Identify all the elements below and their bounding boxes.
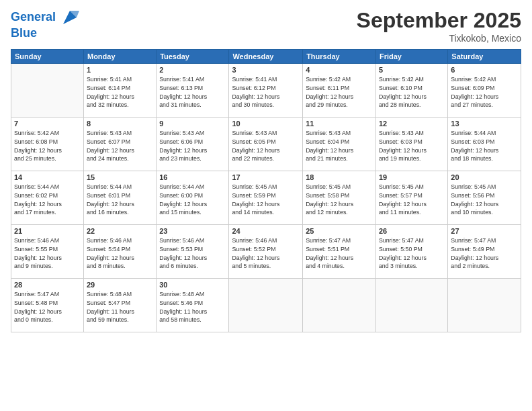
table-row: 13Sunrise: 5:44 AM Sunset: 6:03 PM Dayli… bbox=[448, 118, 521, 171]
day-number: 28 bbox=[14, 281, 81, 289]
day-info: Sunrise: 5:44 AM Sunset: 6:00 PM Dayligh… bbox=[159, 183, 226, 217]
day-number: 21 bbox=[14, 227, 81, 235]
day-number: 18 bbox=[306, 173, 373, 181]
table-row: 1Sunrise: 5:41 AM Sunset: 6:14 PM Daylig… bbox=[83, 64, 156, 118]
table-row: 25Sunrise: 5:47 AM Sunset: 5:51 PM Dayli… bbox=[303, 225, 376, 279]
table-row: 9Sunrise: 5:43 AM Sunset: 6:06 PM Daylig… bbox=[157, 118, 229, 171]
day-number: 6 bbox=[451, 66, 518, 74]
header: General Blue September 2025 Tixkokob, Me… bbox=[11, 8, 521, 44]
table-row: 2Sunrise: 5:41 AM Sunset: 6:13 PM Daylig… bbox=[157, 64, 229, 118]
day-info: Sunrise: 5:48 AM Sunset: 5:46 PM Dayligh… bbox=[159, 290, 226, 324]
day-number: 17 bbox=[232, 173, 300, 181]
table-row: 23Sunrise: 5:46 AM Sunset: 5:53 PM Dayli… bbox=[157, 225, 229, 279]
day-info: Sunrise: 5:46 AM Sunset: 5:54 PM Dayligh… bbox=[87, 236, 153, 271]
day-info: Sunrise: 5:44 AM Sunset: 6:02 PM Dayligh… bbox=[14, 183, 81, 217]
month-title: September 2025 bbox=[357, 8, 521, 33]
day-number: 22 bbox=[87, 227, 153, 235]
day-number: 8 bbox=[87, 120, 153, 128]
table-row: 21Sunrise: 5:46 AM Sunset: 5:55 PM Dayli… bbox=[11, 225, 84, 279]
header-sunday: Sunday bbox=[11, 50, 84, 64]
logo: General Blue bbox=[11, 8, 79, 40]
table-row: 6Sunrise: 5:42 AM Sunset: 6:09 PM Daylig… bbox=[448, 64, 521, 118]
day-info: Sunrise: 5:47 AM Sunset: 5:48 PM Dayligh… bbox=[14, 290, 81, 324]
header-wednesday: Wednesday bbox=[229, 50, 303, 64]
table-row: 12Sunrise: 5:43 AM Sunset: 6:03 PM Dayli… bbox=[375, 118, 447, 171]
table-row bbox=[303, 279, 376, 332]
calendar-week-row: 21Sunrise: 5:46 AM Sunset: 5:55 PM Dayli… bbox=[11, 225, 521, 279]
day-number: 1 bbox=[87, 66, 153, 74]
day-number: 26 bbox=[379, 227, 445, 235]
day-number: 3 bbox=[232, 66, 300, 74]
header-monday: Monday bbox=[83, 50, 156, 64]
day-number: 16 bbox=[159, 173, 226, 181]
day-info: Sunrise: 5:47 AM Sunset: 5:51 PM Dayligh… bbox=[306, 236, 373, 271]
day-info: Sunrise: 5:45 AM Sunset: 5:57 PM Dayligh… bbox=[379, 183, 445, 217]
day-number: 27 bbox=[451, 227, 518, 235]
day-number: 5 bbox=[379, 66, 445, 74]
day-info: Sunrise: 5:46 AM Sunset: 5:52 PM Dayligh… bbox=[232, 236, 300, 271]
day-number: 13 bbox=[451, 120, 518, 128]
header-thursday: Thursday bbox=[303, 50, 376, 64]
header-saturday: Saturday bbox=[448, 50, 521, 64]
table-row: 20Sunrise: 5:45 AM Sunset: 5:56 PM Dayli… bbox=[448, 171, 521, 225]
day-number: 10 bbox=[232, 120, 300, 128]
day-info: Sunrise: 5:43 AM Sunset: 6:06 PM Dayligh… bbox=[159, 129, 226, 163]
page: General Blue September 2025 Tixkokob, Me… bbox=[0, 0, 532, 411]
day-number: 12 bbox=[379, 120, 445, 128]
day-number: 7 bbox=[14, 120, 81, 128]
table-row bbox=[11, 64, 84, 118]
table-row: 7Sunrise: 5:42 AM Sunset: 6:08 PM Daylig… bbox=[11, 118, 84, 171]
day-info: Sunrise: 5:41 AM Sunset: 6:12 PM Dayligh… bbox=[232, 75, 300, 109]
day-info: Sunrise: 5:46 AM Sunset: 5:53 PM Dayligh… bbox=[159, 236, 226, 271]
day-info: Sunrise: 5:43 AM Sunset: 6:03 PM Dayligh… bbox=[379, 129, 445, 163]
day-info: Sunrise: 5:41 AM Sunset: 6:13 PM Dayligh… bbox=[159, 75, 226, 109]
table-row: 11Sunrise: 5:43 AM Sunset: 6:04 PM Dayli… bbox=[303, 118, 376, 171]
table-row: 28Sunrise: 5:47 AM Sunset: 5:48 PM Dayli… bbox=[11, 279, 84, 332]
day-info: Sunrise: 5:45 AM Sunset: 5:56 PM Dayligh… bbox=[451, 183, 518, 217]
day-number: 19 bbox=[379, 173, 445, 181]
table-row: 8Sunrise: 5:43 AM Sunset: 6:07 PM Daylig… bbox=[83, 118, 156, 171]
day-info: Sunrise: 5:47 AM Sunset: 5:50 PM Dayligh… bbox=[379, 236, 445, 271]
table-row: 17Sunrise: 5:45 AM Sunset: 5:59 PM Dayli… bbox=[229, 171, 303, 225]
day-number: 15 bbox=[87, 173, 153, 181]
logo-icon bbox=[60, 8, 79, 27]
table-row: 26Sunrise: 5:47 AM Sunset: 5:50 PM Dayli… bbox=[375, 225, 447, 279]
day-info: Sunrise: 5:43 AM Sunset: 6:05 PM Dayligh… bbox=[232, 129, 300, 163]
table-row: 27Sunrise: 5:47 AM Sunset: 5:49 PM Dayli… bbox=[448, 225, 521, 279]
day-info: Sunrise: 5:44 AM Sunset: 6:01 PM Dayligh… bbox=[87, 183, 153, 217]
day-info: Sunrise: 5:42 AM Sunset: 6:08 PM Dayligh… bbox=[14, 129, 81, 163]
day-info: Sunrise: 5:42 AM Sunset: 6:11 PM Dayligh… bbox=[306, 75, 373, 109]
table-row bbox=[448, 279, 521, 332]
day-number: 29 bbox=[87, 281, 153, 289]
day-number: 2 bbox=[159, 66, 226, 74]
header-friday: Friday bbox=[375, 50, 447, 64]
day-number: 11 bbox=[306, 120, 373, 128]
table-row: 22Sunrise: 5:46 AM Sunset: 5:54 PM Dayli… bbox=[83, 225, 156, 279]
calendar-header-row: Sunday Monday Tuesday Wednesday Thursday… bbox=[11, 50, 521, 64]
day-number: 24 bbox=[232, 227, 300, 235]
table-row: 4Sunrise: 5:42 AM Sunset: 6:11 PM Daylig… bbox=[303, 64, 376, 118]
day-number: 9 bbox=[159, 120, 226, 128]
day-info: Sunrise: 5:42 AM Sunset: 6:10 PM Dayligh… bbox=[379, 75, 445, 109]
table-row: 3Sunrise: 5:41 AM Sunset: 6:12 PM Daylig… bbox=[229, 64, 303, 118]
location: Tixkokob, Mexico bbox=[357, 33, 521, 44]
calendar-week-row: 14Sunrise: 5:44 AM Sunset: 6:02 PM Dayli… bbox=[11, 171, 521, 225]
day-info: Sunrise: 5:44 AM Sunset: 6:03 PM Dayligh… bbox=[451, 129, 518, 163]
calendar-week-row: 7Sunrise: 5:42 AM Sunset: 6:08 PM Daylig… bbox=[11, 118, 521, 171]
table-row: 24Sunrise: 5:46 AM Sunset: 5:52 PM Dayli… bbox=[229, 225, 303, 279]
header-tuesday: Tuesday bbox=[157, 50, 229, 64]
day-info: Sunrise: 5:42 AM Sunset: 6:09 PM Dayligh… bbox=[451, 75, 518, 109]
table-row bbox=[375, 279, 447, 332]
table-row: 29Sunrise: 5:48 AM Sunset: 5:47 PM Dayli… bbox=[83, 279, 156, 332]
day-info: Sunrise: 5:41 AM Sunset: 6:14 PM Dayligh… bbox=[87, 75, 153, 109]
day-number: 14 bbox=[14, 173, 81, 181]
calendar-week-row: 28Sunrise: 5:47 AM Sunset: 5:48 PM Dayli… bbox=[11, 279, 521, 332]
day-number: 20 bbox=[451, 173, 518, 181]
calendar-table: Sunday Monday Tuesday Wednesday Thursday… bbox=[11, 49, 521, 332]
table-row: 10Sunrise: 5:43 AM Sunset: 6:05 PM Dayli… bbox=[229, 118, 303, 171]
table-row: 16Sunrise: 5:44 AM Sunset: 6:00 PM Dayli… bbox=[157, 171, 229, 225]
table-row: 19Sunrise: 5:45 AM Sunset: 5:57 PM Dayli… bbox=[375, 171, 447, 225]
table-row: 30Sunrise: 5:48 AM Sunset: 5:46 PM Dayli… bbox=[157, 279, 229, 332]
table-row: 14Sunrise: 5:44 AM Sunset: 6:02 PM Dayli… bbox=[11, 171, 84, 225]
day-info: Sunrise: 5:43 AM Sunset: 6:07 PM Dayligh… bbox=[87, 129, 153, 163]
